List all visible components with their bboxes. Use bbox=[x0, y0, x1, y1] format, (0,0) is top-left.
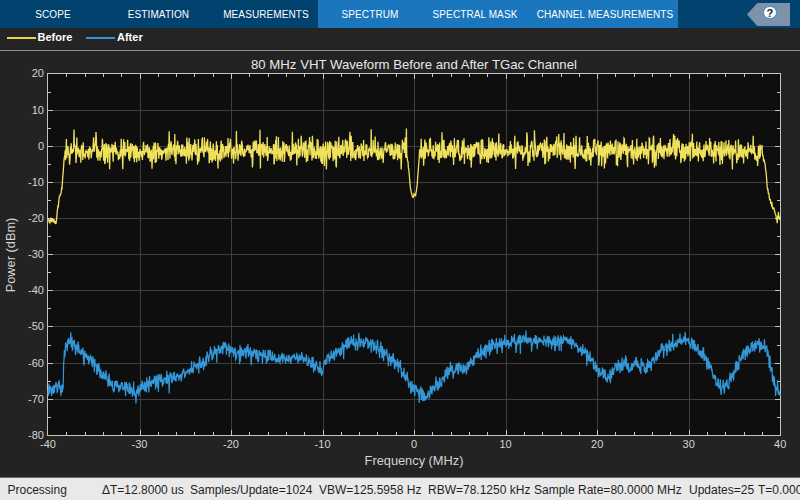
svg-text:Power (dBm): Power (dBm) bbox=[3, 218, 18, 293]
svg-text:Frequency (MHz): Frequency (MHz) bbox=[365, 453, 464, 468]
svg-text:-60: -60 bbox=[28, 357, 44, 369]
svg-text:-10: -10 bbox=[28, 176, 44, 188]
svg-text:40: 40 bbox=[774, 438, 786, 450]
svg-text:10: 10 bbox=[500, 438, 512, 450]
svg-text:-30: -30 bbox=[132, 438, 148, 450]
svg-text:80 MHz VHT Waveform Before and: 80 MHz VHT Waveform Before and After TGa… bbox=[251, 57, 577, 72]
svg-text:-10: -10 bbox=[315, 438, 331, 450]
svg-text:-40: -40 bbox=[40, 438, 56, 450]
svg-text:-40: -40 bbox=[28, 284, 44, 296]
svg-text:20: 20 bbox=[32, 67, 44, 79]
svg-text:20: 20 bbox=[591, 438, 603, 450]
svg-text:-30: -30 bbox=[28, 248, 44, 260]
svg-text:0: 0 bbox=[411, 438, 417, 450]
svg-text:0: 0 bbox=[38, 140, 44, 152]
svg-text:10: 10 bbox=[32, 104, 44, 116]
svg-text:-50: -50 bbox=[28, 320, 44, 332]
svg-text:-20: -20 bbox=[28, 212, 44, 224]
svg-text:-20: -20 bbox=[223, 438, 239, 450]
svg-text:30: 30 bbox=[683, 438, 695, 450]
svg-text:-70: -70 bbox=[28, 393, 44, 405]
